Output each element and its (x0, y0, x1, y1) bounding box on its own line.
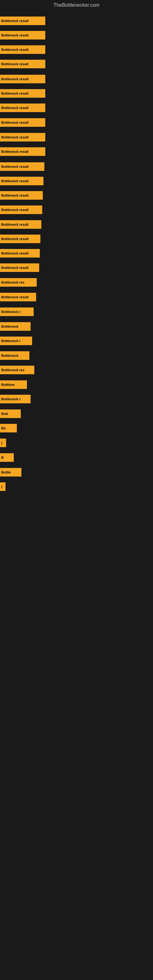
bar-item: Bottleneck result (0, 60, 45, 68)
bar-label: Bottleneck result (1, 62, 29, 66)
bar-label: Bottleneck result (1, 150, 29, 153)
bar-item: Bottleneck result (0, 191, 43, 200)
bar-item: Bottleneck result (0, 133, 45, 142)
bar-label: Bottleneck result (1, 194, 29, 197)
bar-label: Bottleneck result (1, 251, 29, 255)
bar-label: Bo (1, 426, 6, 430)
bar-label: Bottleneck res (1, 280, 24, 284)
bar-label: Bottleneck (1, 354, 18, 357)
bar-label: Bottleneck r (1, 397, 21, 401)
bar-label: Bottleneck result (1, 223, 29, 226)
bar-item: Bott (0, 409, 21, 418)
bar-label: Bott (1, 412, 8, 415)
bar-item: Bottleneck r (0, 395, 30, 403)
bar-item: | (0, 482, 5, 491)
bar-label: Bottleneck r (1, 310, 21, 313)
bar-item: Bottleneck res (0, 278, 37, 286)
bar-item: Bottleneck result (0, 31, 45, 40)
bar-label: Bottleneck (1, 325, 18, 328)
bar-item: Bottleneck result (0, 293, 36, 301)
bar-label: Bottleneck result (1, 33, 29, 37)
bar-item: Bottleneck result (0, 177, 43, 185)
bar-label: Bottleneck result (1, 77, 29, 81)
bar-label: Bottleneck result (1, 165, 29, 169)
bar-label: Bottleneck result (1, 19, 29, 23)
bar-label: Bottleneck result (1, 237, 29, 241)
bar-label: Bottleneck result (1, 121, 29, 124)
bar-item: Bottleneck result (0, 45, 45, 54)
bar-item: Bottleneck result (0, 16, 45, 25)
bar-label: Bottleneck result (1, 92, 29, 95)
bar-label: Bottleneck res (1, 368, 24, 372)
bar-item: B (0, 453, 14, 462)
bar-item: Bottleneck result (0, 162, 45, 171)
bar-label: Bottle (1, 470, 11, 474)
bar-label: Bottleneck result (1, 135, 29, 139)
bar-label: Bottleneck result (1, 48, 29, 51)
bar-label: Bottleneck result (1, 106, 29, 110)
bar-item: Bottleneck (0, 322, 30, 331)
bar-label: | (1, 485, 2, 488)
bar-item: | (0, 439, 6, 447)
bar-item: Bo (0, 424, 17, 433)
bar-item: Bottleneck result (0, 147, 45, 156)
bar-item: Bottlene (0, 380, 27, 389)
bar-item: Bottleneck r (0, 307, 33, 316)
bar-item: Bottleneck (0, 351, 29, 360)
bar-label: Bottleneck result (1, 208, 29, 212)
bar-label: B (1, 456, 4, 460)
bar-item: Bottle (0, 468, 21, 477)
bar-label: | (1, 441, 2, 445)
bar-label: Bottleneck r (1, 339, 21, 343)
bar-label: Bottleneck result (1, 295, 29, 299)
chart-container: Bottleneck resultBottleneck resultBottle… (0, 10, 153, 868)
bar-item: Bottleneck result (0, 263, 39, 272)
bar-item: Bottleneck result (0, 118, 45, 127)
bar-label: Bottlene (1, 383, 15, 387)
bar-item: Bottleneck result (0, 249, 40, 258)
bar-item: Bottleneck result (0, 220, 41, 229)
bar-item: Bottleneck result (0, 75, 45, 83)
site-title: TheBottlenecker.com (0, 0, 153, 10)
bar-item: Bottleneck result (0, 235, 40, 243)
bar-item: Bottleneck result (0, 103, 45, 112)
bar-item: Bottleneck r (0, 337, 32, 345)
bar-item: Bottleneck result (0, 89, 45, 98)
bar-item: Bottleneck res (0, 366, 34, 374)
bar-item: Bottleneck result (0, 205, 42, 214)
bar-label: Bottleneck result (1, 179, 29, 183)
bar-label: Bottleneck result (1, 266, 29, 269)
